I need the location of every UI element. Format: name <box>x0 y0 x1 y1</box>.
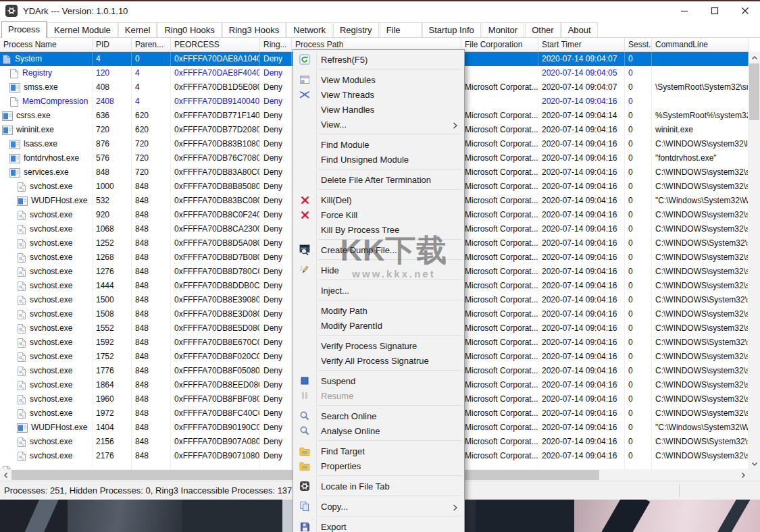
menu-item-inject[interactable]: Inject... <box>293 283 464 298</box>
vertical-scrollbar-thumb[interactable] <box>749 63 759 120</box>
process-name-text: services.exe <box>24 165 69 180</box>
cell-session: 0 <box>625 250 652 265</box>
column-header-pid[interactable]: PID <box>93 38 132 51</box>
menu-separator <box>318 280 462 280</box>
menu-item-search-online[interactable]: Search Online <box>293 408 464 423</box>
window-title: YDArk --- Version: 1.0.1.10 <box>23 6 128 16</box>
service-process-icon <box>17 366 26 377</box>
column-header-paren[interactable]: Paren... <box>132 38 171 51</box>
menu-item-analyse-online[interactable]: Analyse Online <box>293 423 464 438</box>
menu-item-suspend[interactable]: Suspend <box>293 373 464 388</box>
menu-item-modify-path[interactable]: Modify Path <box>293 303 464 318</box>
menu-item-properties[interactable]: Properties <box>293 458 464 473</box>
application-process-icon <box>2 126 13 135</box>
menu-item-find-unsigned-module[interactable]: Find Unsigned Module <box>293 152 464 167</box>
column-header-commandline[interactable]: CommandLine <box>652 38 749 51</box>
process-name-text: lsass.exe <box>24 137 57 151</box>
tab-file[interactable]: File <box>380 22 422 37</box>
menu-item-label: Locate in File Tab <box>316 481 390 491</box>
minimize-button[interactable] <box>669 1 699 20</box>
application-process-icon <box>9 168 20 178</box>
tab-registry[interactable]: Registry <box>333 22 379 37</box>
menu-item-delete-file-after-termination[interactable]: Delete File After Termination <box>293 172 464 187</box>
cell-start-timer: 2020-07-14 09:04:16 <box>538 180 625 194</box>
cell-start-timer: 2020-07-14 09:04:16 <box>538 378 625 392</box>
menu-item-view-threads[interactable]: View Threads <box>293 87 464 102</box>
maximize-button[interactable] <box>699 1 730 20</box>
menu-item-force-kill[interactable]: Force Kill <box>293 207 464 222</box>
cell-process-name: svchost.exe <box>0 392 93 406</box>
menu-item-modify-parentid[interactable]: Modify ParentId <box>293 318 464 333</box>
cell-start-timer: 2020-07-14 09:04:16 <box>538 336 625 350</box>
scroll-up-button[interactable] <box>749 52 760 63</box>
cell-file-corporation: Microsoft Corporat... <box>461 364 538 378</box>
menu-item-find-target[interactable]: Find Target <box>293 444 464 458</box>
cell-peorcess: 0xFFFFA70DB8B85080 <box>171 180 260 194</box>
cell-process-name: svchost.exe <box>0 307 93 321</box>
menu-item-kill-del[interactable]: Kill(Del) <box>293 192 464 207</box>
tab-monitor[interactable]: Monitor <box>482 22 524 37</box>
column-header-start-timer[interactable]: Start Timer <box>538 38 625 51</box>
process-name-text: svchost.exe <box>30 364 72 378</box>
column-header-ring[interactable]: Ring... <box>260 38 292 51</box>
tab-other[interactable]: Other <box>525 22 561 37</box>
cell-parent-pid: 848 <box>132 406 171 421</box>
tab-about[interactable]: About <box>561 22 598 37</box>
tab-network[interactable]: Network <box>286 22 332 37</box>
cell-pid: 1252 <box>93 236 132 250</box>
tab-kernel[interactable]: Kernel <box>118 22 157 37</box>
scroll-left-button[interactable] <box>0 469 11 481</box>
cell-parent-pid: 848 <box>132 180 171 194</box>
menu-item-find-module[interactable]: Find Module <box>293 137 464 152</box>
scroll-down-button[interactable] <box>749 458 760 469</box>
cell-peorcess: 0xFFFFA70DB8C0F240 <box>171 208 260 222</box>
tab-startup-info[interactable]: Startup Info <box>422 22 481 37</box>
close-button[interactable] <box>730 1 760 20</box>
service-process-icon <box>17 238 26 249</box>
menu-item-kill-by-process-tree[interactable]: Kill By Process Tree <box>293 222 464 237</box>
process-name-text: csrss.exe <box>16 109 51 123</box>
tab-process[interactable]: Process <box>1 21 47 38</box>
menu-item-verify-process-signature[interactable]: Verify Process Signature <box>293 338 464 353</box>
cell-file-corporation: Microsoft Corporat... <box>461 449 538 463</box>
menu-item-locate-in-file-tab[interactable]: Locate in File Tab <box>293 479 464 494</box>
menu-item-copy[interactable]: Copy... <box>293 499 464 514</box>
menu-item-view[interactable]: View... <box>293 117 464 132</box>
scroll-right-button[interactable] <box>737 469 749 481</box>
column-header-file-corporation[interactable]: File Corporation <box>461 38 538 51</box>
tab-ring0-hooks[interactable]: Ring0 Hooks <box>157 22 221 37</box>
wallpaper-shape <box>476 500 574 532</box>
menu-item-view-handles[interactable]: View Handles <box>293 102 464 117</box>
cell-ring: Deny <box>260 449 292 463</box>
tab-bar: ProcessKernel ModuleKernelRing0 HooksRin… <box>0 20 760 38</box>
menu-item-refresh-f5[interactable]: Refresh(F5) <box>293 52 464 67</box>
column-header-peorcess[interactable]: PEORCESS <box>171 38 260 51</box>
tab-kernel-module[interactable]: Kernel Module <box>47 22 118 37</box>
cell-file-corporation <box>461 95 538 109</box>
tab-ring3-hooks[interactable]: Ring3 Hooks <box>222 22 286 37</box>
menu-item-view-modules[interactable]: View Modules <box>293 72 464 87</box>
menu-item-verify-all-process-signatrue[interactable]: Verify All Process Signatrue <box>293 353 464 368</box>
vertical-scrollbar[interactable] <box>749 52 760 469</box>
menu-item-hide[interactable]: Hide <box>293 263 464 277</box>
menu-item-label: Kill(Del) <box>316 195 352 205</box>
menu-item-create-dump-file[interactable]: Create Dump File... <box>293 242 464 257</box>
cell-commandline: "fontdrvhost.exe" <box>652 151 749 165</box>
menu-item-label: View Modules <box>316 75 376 85</box>
cell-peorcess: 0xFFFFA70DB76C7080 <box>171 151 260 165</box>
cell-peorcess: 0xFFFFA70DB8D5A080 <box>171 236 260 250</box>
cell-start-timer: 2020-07-14 09:04:16 <box>538 208 625 222</box>
cell-session: 0 <box>625 406 652 421</box>
cell-session: 0 <box>625 336 652 350</box>
process-name-text: svchost.exe <box>30 350 72 364</box>
cell-pid: 4 <box>93 52 132 66</box>
column-header-sesst[interactable]: Sesst... <box>625 38 652 51</box>
cell-process-name: svchost.exe <box>0 208 93 222</box>
menu-item-label: Force Kill <box>316 210 357 220</box>
column-header-process-name[interactable]: Process Name <box>0 38 93 51</box>
process-name-text: svchost.exe <box>30 435 72 449</box>
menu-item-export[interactable]: Export <box>293 519 464 532</box>
cell-pid: 1068 <box>93 222 132 236</box>
service-process-icon <box>17 338 26 348</box>
cell-ring: Deny <box>260 421 292 435</box>
